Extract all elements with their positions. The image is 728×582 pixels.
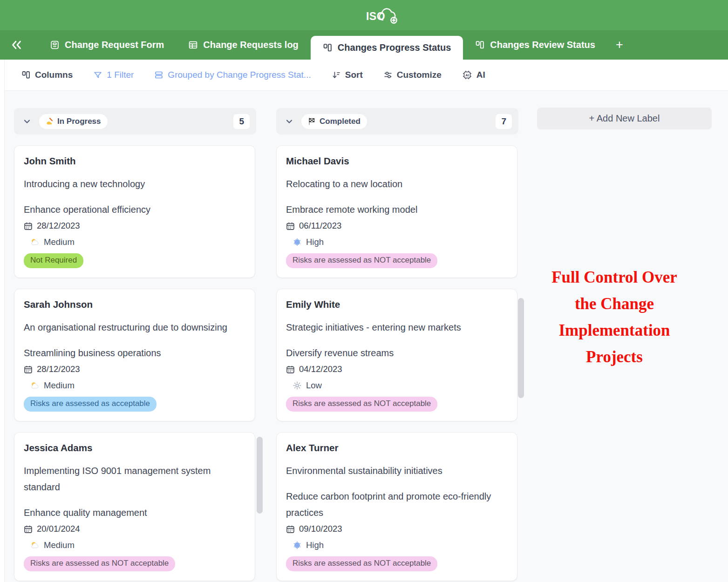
tab-changes-review-status[interactable]: Changes Review Status <box>463 30 607 60</box>
card-objective: Diversify revenue streams <box>286 345 508 361</box>
card-assignee: John Smith <box>24 156 245 167</box>
card-assignee: Jessica Adams <box>24 442 245 453</box>
chevron-down-icon <box>22 117 32 126</box>
column-in-progress: In Progress 5 John Smith Introducing a n… <box>14 108 256 581</box>
card-date: 28/12/2023 <box>37 364 80 374</box>
calendar-icon <box>286 222 295 230</box>
card-priority: Low <box>306 380 322 391</box>
kanban-icon <box>323 43 333 53</box>
ai-button[interactable]: AI AI <box>462 70 485 80</box>
filter-button[interactable]: 1 Filter <box>93 70 134 80</box>
writing-hand-icon <box>46 117 54 125</box>
filter-funnel-icon <box>93 70 102 80</box>
card-date-row: 09/10/2023 <box>286 524 508 534</box>
card-objective: Enhance operational efficiency <box>24 202 245 218</box>
app-logo: ISO <box>366 7 399 23</box>
card-date: 06/11/2023 <box>299 221 341 231</box>
card-priority-row: Medium <box>24 540 245 550</box>
kanban-card-john-smith[interactable]: John Smith Introducing a new technology … <box>14 145 255 278</box>
group-rows-icon <box>154 70 163 80</box>
card-objective: Reduce carbon footprint and promote eco-… <box>286 488 508 521</box>
card-title: Introducing a new technology <box>24 176 245 192</box>
collapse-panel-button[interactable] <box>10 39 23 51</box>
column-label-pill[interactable]: Completed <box>301 114 367 129</box>
card-date-row: 20/01/2024 <box>24 524 245 534</box>
card-priority: High <box>306 237 324 247</box>
card-assignee: Sarah Johnson <box>24 299 245 310</box>
sort-label: Sort <box>345 70 363 80</box>
columns-label: Columns <box>35 70 73 80</box>
card-priority-row: Medium <box>24 380 245 391</box>
card-priority-row: Low <box>286 380 508 391</box>
card-date: 28/12/2023 <box>37 221 80 231</box>
column-header: In Progress 5 <box>14 108 256 135</box>
card-priority: Medium <box>44 540 75 550</box>
status-badge: Not Required <box>24 253 83 268</box>
calendar-icon <box>286 365 295 374</box>
tab-changes-progress-status[interactable]: Changes Progress Status <box>311 36 463 60</box>
card-assignee: Emily White <box>286 299 508 310</box>
status-badge: Risks are assessed as NOT acceptable <box>286 556 437 571</box>
card-priority-row: Medium <box>24 237 245 247</box>
column-completed: Completed 7 Michael Davis Relocating to … <box>276 108 518 582</box>
sun-icon <box>293 381 301 390</box>
kanban-card-michael-davis[interactable]: Michael Davis Relocating to a new locati… <box>276 145 517 278</box>
snowflake-icon <box>293 541 301 549</box>
collapsed-sidebar-rail <box>0 60 5 582</box>
card-title: An organisational restructuring due to d… <box>24 319 245 336</box>
double-chevron-left-icon <box>10 39 23 51</box>
card-date: 09/10/2023 <box>299 524 342 534</box>
card-date: 20/01/2024 <box>37 524 80 534</box>
sort-button[interactable]: Sort <box>332 70 363 80</box>
kanban-card-emily-white[interactable]: Emily White Strategic initiatives - ente… <box>276 289 517 421</box>
column-scrollbar[interactable] <box>257 437 263 514</box>
kanban-card-jessica-adams[interactable]: Jessica Adams Implementing ISO 9001 mana… <box>14 432 255 581</box>
ai-chip-icon: AI <box>462 70 472 80</box>
table-icon <box>188 40 198 50</box>
tab-change-request-form[interactable]: Change Request Form <box>38 30 176 60</box>
add-tab-button[interactable]: + <box>616 39 623 51</box>
annotation-line: Projects <box>518 344 710 370</box>
card-objective: Embrace remote working model <box>286 202 508 218</box>
column-label: In Progress <box>57 117 101 126</box>
add-new-label-button[interactable]: + Add New Label <box>537 108 712 129</box>
kanban-icon <box>21 70 31 80</box>
card-title: Relocating to a new location <box>286 176 508 192</box>
status-badge: Risks are assessed as NOT acceptable <box>286 253 437 268</box>
kanban-card-sarah-johnson[interactable]: Sarah Johnson An organisational restruct… <box>14 289 255 421</box>
chevron-down-icon <box>285 117 294 126</box>
collapse-column-button[interactable] <box>22 117 32 126</box>
column-label: Completed <box>320 117 361 126</box>
collapse-column-button[interactable] <box>285 117 294 126</box>
filter-label: 1 Filter <box>107 70 134 80</box>
card-objective: Streamlining business operations <box>24 345 245 361</box>
grouped-by-button[interactable]: Grouped by Change Progress Stat... <box>154 70 311 80</box>
card-objective: Enhance quality management <box>24 505 245 521</box>
kanban-board: In Progress 5 John Smith Introducing a n… <box>0 91 728 582</box>
customize-button[interactable]: Customize <box>383 70 442 80</box>
card-date-row: 04/12/2023 <box>286 364 508 374</box>
tab-label: Change Requests log <box>203 40 298 50</box>
app-header: ISO <box>0 0 728 30</box>
kanban-icon <box>475 40 485 50</box>
card-priority-row: High <box>286 237 508 247</box>
columns-button[interactable]: Columns <box>21 70 73 80</box>
tab-label: Changes Review Status <box>490 40 595 50</box>
kanban-card-alex-turner[interactable]: Alex Turner Environmental sustainability… <box>276 432 517 581</box>
status-badge: Risks are assessed as NOT acceptable <box>24 556 175 571</box>
column-header: Completed 7 <box>276 108 518 135</box>
card-assignee: Alex Turner <box>286 442 508 453</box>
calendar-icon <box>24 222 33 230</box>
tab-label: Changes Progress Status <box>338 42 451 53</box>
column-label-pill[interactable]: In Progress <box>39 114 108 129</box>
tab-change-requests-log[interactable]: Change Requests log <box>176 30 310 60</box>
column-scrollbar[interactable] <box>518 298 524 398</box>
view-toolbar: Columns 1 Filter Grouped by Change Progr… <box>0 60 728 91</box>
tab-label: Change Request Form <box>65 40 164 50</box>
sort-icon <box>332 70 341 80</box>
card-priority: Medium <box>44 380 75 391</box>
calendar-icon <box>24 365 33 374</box>
card-assignee: Michael Davis <box>286 156 508 167</box>
ai-label: AI <box>476 70 485 80</box>
customize-label: Customize <box>397 70 442 80</box>
